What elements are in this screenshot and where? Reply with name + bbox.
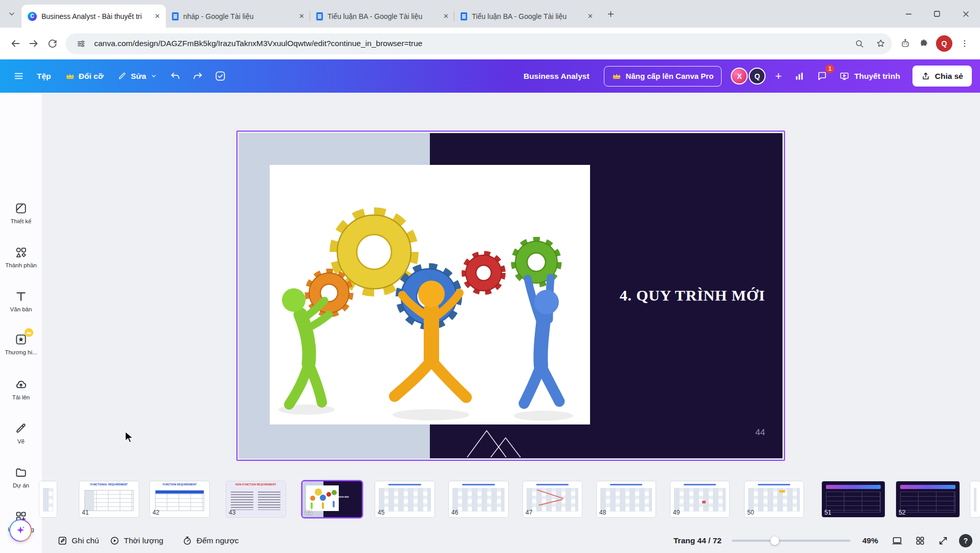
avatar[interactable]: Q	[749, 68, 766, 84]
upgrade-button[interactable]: Nâng cấp lên Canva Pro	[604, 66, 722, 87]
tab-close-icon[interactable]: ✕	[442, 12, 450, 20]
slide-selection-border[interactable]: 4. QUY TRÌNH MỚI 44	[236, 131, 785, 461]
slide-thumbnail-46[interactable]: 46	[449, 481, 508, 517]
undo-icon[interactable]	[165, 66, 186, 87]
help-button[interactable]: ?	[959, 534, 972, 547]
countdown-button[interactable]: Đếm ngược	[182, 536, 239, 546]
tab-search-chevron-icon[interactable]	[4, 6, 19, 22]
thumbnail-preview	[748, 488, 800, 512]
thumbnail-preview	[231, 492, 253, 510]
redo-icon[interactable]	[188, 66, 208, 87]
sidebar-item-text[interactable]: Văn bản	[0, 289, 42, 312]
forward-icon[interactable]	[25, 34, 43, 53]
sidebar-item-draw[interactable]: Vẽ	[0, 421, 42, 444]
resize-button[interactable]: Đổi cỡ	[59, 66, 110, 87]
tab-close-icon[interactable]: ✕	[586, 12, 595, 20]
design-title[interactable]: Business Analyst	[524, 72, 590, 81]
thumbnail-title-bar	[758, 484, 790, 485]
zoom-slider[interactable]	[732, 540, 851, 542]
slide-thumbnail-41[interactable]: FUNCTIONAL REQUIREMENT 41	[79, 481, 139, 517]
slide-title[interactable]: 4. QUY TRÌNH MỚI	[605, 287, 779, 304]
thumbnail-preview	[155, 490, 204, 511]
add-member-button[interactable]: +	[770, 68, 787, 85]
file-menu-button[interactable]: Tệp	[31, 66, 57, 87]
zoom-icon[interactable]	[851, 35, 867, 52]
slide-thumbnail-52[interactable]: 52	[896, 481, 960, 517]
tab-docs-3[interactable]: Tiểu luận BA - Google Tài liệu ✕	[454, 5, 599, 28]
slide-thumbnail-45[interactable]: 45	[375, 481, 434, 517]
comments-icon[interactable]: 1	[812, 66, 832, 87]
edit-button[interactable]: Sửa	[112, 66, 163, 87]
insights-icon[interactable]	[789, 66, 810, 87]
saved-check-icon	[210, 66, 231, 87]
brand-icon	[14, 332, 28, 346]
comment-badge: 1	[825, 65, 834, 73]
slide-thumbnail-partial-left[interactable]	[39, 481, 57, 517]
address-bar[interactable]: canva.com/design/DAGZFmBk5kg/IrazuTaknxM…	[66, 33, 892, 54]
maximize-icon[interactable]	[923, 0, 951, 28]
thumbnail-preview	[306, 485, 339, 511]
new-tab-icon[interactable]	[603, 6, 618, 22]
tab-close-icon[interactable]: ✕	[153, 12, 162, 20]
sidebar-item-elements[interactable]: Thành phần	[0, 245, 42, 268]
minimize-icon[interactable]	[894, 0, 923, 28]
share-button[interactable]: Chia sẻ	[912, 66, 972, 87]
tab-close-icon[interactable]: ✕	[297, 12, 306, 20]
zoom-slider-handle[interactable]	[771, 537, 779, 545]
slide-thumbnail-50[interactable]: 50	[745, 481, 803, 517]
slide-thumbnail-51[interactable]: 51	[822, 481, 885, 517]
fullscreen-icon[interactable]	[938, 536, 948, 546]
sidebar-item-design[interactable]: Thiết kế	[0, 201, 42, 224]
slide-thumbnail-48[interactable]: 48	[597, 481, 656, 517]
tab-docs-1[interactable]: nháp - Google Tài liệu ✕	[166, 5, 310, 28]
thumbnail-number: 48	[599, 509, 606, 516]
refresh-icon[interactable]	[43, 34, 61, 53]
slide-thumbnail-44-selected[interactable]: 4. QUY TRÌNH MỚI 44	[302, 481, 362, 517]
sidebar-item-uploads[interactable]: Tải lên	[0, 377, 42, 400]
close-icon[interactable]	[951, 0, 980, 28]
duration-button[interactable]: Thời lượng	[110, 536, 163, 546]
present-button[interactable]: Thuyết trình	[834, 66, 905, 87]
thumbnail-title: FUNCTION REQUIREMENT	[154, 483, 205, 486]
teamwork-gears-image[interactable]	[270, 165, 590, 424]
edit-label: Sửa	[130, 72, 146, 81]
slide-thumbnail-42[interactable]: FUNCTION REQUIREMENT 42	[150, 481, 209, 517]
slide-thumbnail-partial-right[interactable]	[970, 481, 980, 517]
sparkle-icon	[15, 525, 26, 536]
slide-filmstrip: FUNCTIONAL REQUIREMENT 41 FUNCTION REQUI…	[0, 481, 980, 520]
browser-nav-bar: canva.com/design/DAGZFmBk5kg/IrazuTaknxM…	[0, 28, 980, 59]
file-menu-label: Tệp	[37, 72, 51, 81]
thumbnail-preview	[900, 492, 955, 513]
magic-assistant-button[interactable]	[9, 519, 32, 542]
window-controls	[894, 0, 980, 28]
profile-avatar[interactable]: Q	[936, 35, 952, 52]
tab-canva[interactable]: C Business Analyst - Bài thuyết tri ✕	[21, 5, 166, 28]
slide-thumbnail-47[interactable]: 47	[523, 481, 582, 517]
main-menu-icon[interactable]	[8, 66, 29, 87]
figure-green	[289, 301, 329, 405]
thumbnail-accent	[779, 490, 785, 493]
browser-menu-icon[interactable]	[955, 34, 974, 53]
back-icon[interactable]	[6, 34, 25, 53]
avatar[interactable]: X	[731, 68, 748, 84]
presenter-view-icon[interactable]	[891, 535, 903, 546]
slide-canvas[interactable]: 4. QUY TRÌNH MỚI 44	[239, 133, 782, 458]
zoom-level[interactable]: 49%	[862, 536, 878, 545]
site-info-icon[interactable]	[73, 35, 89, 52]
grid-view-icon[interactable]	[915, 536, 925, 546]
tab-docs-2[interactable]: Tiểu luận BA - Google Tài liệu ✕	[310, 5, 454, 28]
extension-bot-icon[interactable]	[896, 34, 914, 53]
collaborator-avatars: X Q	[731, 68, 766, 84]
bookmark-star-icon[interactable]	[873, 35, 889, 52]
sidebar-item-brand[interactable]: Thương hi...	[0, 332, 42, 355]
elements-icon	[14, 245, 28, 259]
chevron-down-icon	[150, 73, 157, 79]
thumbnail-preview	[974, 488, 976, 512]
notes-button[interactable]: Ghi chú	[57, 536, 99, 546]
thumbnail-number: 45	[378, 509, 384, 516]
slide-thumbnail-43[interactable]: NON-FUNCTION REQUIREMENT 43	[226, 481, 286, 517]
slide-thumbnail-49[interactable]: 49	[670, 481, 729, 517]
extensions-puzzle-icon[interactable]	[914, 34, 933, 53]
tab-title: Business Analyst - Bài thuyết tri	[41, 12, 148, 20]
thumbnail-preview	[43, 488, 53, 512]
